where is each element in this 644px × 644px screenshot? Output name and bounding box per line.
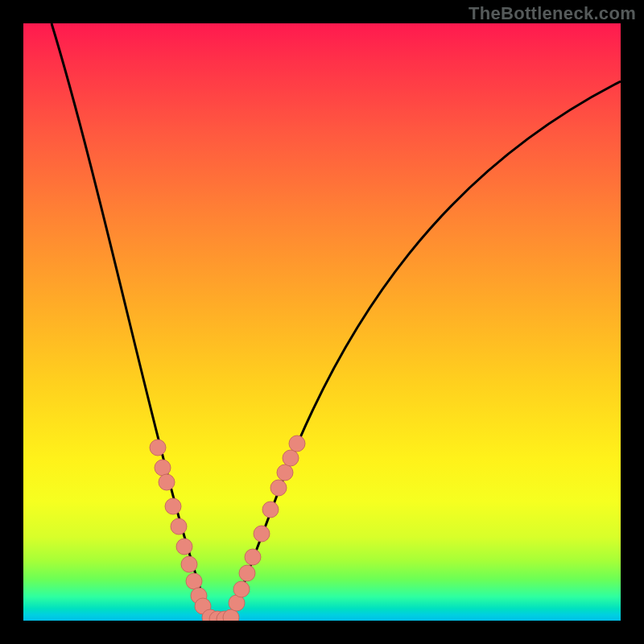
data-marker: [277, 464, 293, 481]
chart-svg: [23, 23, 621, 621]
data-marker: [270, 480, 287, 496]
data-marker: [181, 556, 197, 572]
bottleneck-curve: [52, 23, 621, 621]
watermark-text: TheBottleneck.com: [469, 3, 636, 24]
data-marker: [186, 573, 202, 589]
chart-frame: TheBottleneck.com: [0, 0, 644, 644]
data-marker: [176, 539, 192, 555]
data-marker: [289, 436, 305, 452]
data-marker: [165, 498, 181, 514]
markers-group: [150, 436, 305, 621]
data-marker: [155, 460, 171, 476]
data-marker: [262, 502, 279, 518]
data-marker: [159, 474, 175, 490]
data-marker: [150, 440, 166, 456]
data-marker: [245, 549, 261, 565]
plot-area: [23, 23, 621, 621]
data-marker: [239, 565, 255, 581]
data-marker: [233, 581, 250, 597]
data-marker: [171, 518, 187, 535]
data-marker: [254, 526, 270, 542]
data-marker: [283, 450, 299, 466]
